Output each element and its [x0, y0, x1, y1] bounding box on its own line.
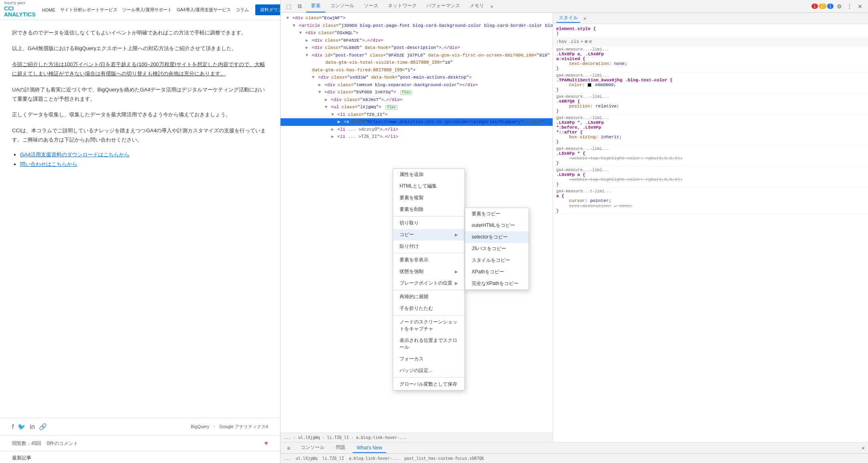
- console-tab-console[interactable]: コンソール: [297, 443, 329, 453]
- console-sidebar-icon[interactable]: ≡: [284, 443, 293, 453]
- logo: THAT'S WHY CCI ANALYTICS: [4, 2, 36, 18]
- twitter-icon[interactable]: 🐦: [18, 423, 26, 431]
- content-area[interactable]: 択できるのでデータを送信しなくてもよいイベントが明確であればこの方法で手軽に調整…: [0, 20, 280, 418]
- ctx-store-global[interactable]: グローバル変数として保存: [393, 378, 464, 390]
- styles-tab[interactable]: スタイル: [556, 14, 580, 23]
- lower-breadcrumb-ul[interactable]: ul.lXjgWq: [296, 456, 317, 461]
- bullet-link-2[interactable]: 問い合わせはこちらから: [20, 161, 77, 167]
- sub-ctx-copy-jspath[interactable]: JSパスをコピー: [465, 243, 529, 255]
- settings-icon[interactable]: ⚙: [834, 2, 844, 11]
- ctx-collapse-children[interactable]: 子を折りたたむ: [393, 303, 464, 314]
- download-btn[interactable]: 資料ダウンロード: [255, 4, 281, 15]
- tab-console[interactable]: コンソール: [325, 0, 359, 12]
- dom-line-6b[interactable]: data-gtm-vis-total-visible-time-8017000_…: [281, 59, 553, 67]
- dom-line-6[interactable]: ▼ <div id="post-footer" class="0FA52E jG…: [281, 52, 553, 59]
- badge-red: 1: [811, 4, 818, 9]
- ctx-duplicate[interactable]: 要素を複製: [393, 192, 464, 204]
- dom-line-2[interactable]: ▼ <article class="j3D9DG blog-post-page-…: [281, 22, 553, 30]
- tab-elements[interactable]: 要素: [306, 0, 325, 12]
- linkedin-icon[interactable]: in: [30, 423, 34, 431]
- dom-line-7[interactable]: ▼ <div class="ux831W" data-hook="post-ma…: [281, 74, 553, 81]
- nav-site-analysis[interactable]: サイト分析レポートサービス: [60, 7, 117, 13]
- close-devtools-icon[interactable]: ✕: [855, 2, 865, 11]
- hov-label[interactable]: :hov: [556, 39, 567, 44]
- ctx-add-attribute[interactable]: 属性を追加: [393, 169, 464, 180]
- ctx-copy[interactable]: コピー ▶: [393, 229, 464, 241]
- ctx-force-state[interactable]: 状態を強制 ▶: [393, 266, 464, 277]
- badge-yellow: 20: [819, 4, 826, 9]
- sub-context-menu[interactable]: 要素をコピー outerHTMLをコピー selectorをコピー JSパスをコ…: [465, 208, 529, 290]
- dom-line-10[interactable]: ▶ <div class="A9JHsT">…</div>: [281, 96, 553, 104]
- device-icon[interactable]: ⧉: [295, 2, 305, 11]
- logo-bottom: CCI ANALYTICS: [4, 6, 36, 18]
- lower-breadcrumb-a[interactable]: a.blog-link-hover-...: [349, 456, 399, 461]
- styles-tab-more[interactable]: »: [583, 16, 586, 21]
- lower-breadcrumb-li[interactable]: li.TZ6_lI: [322, 456, 344, 461]
- styles-panel: スタイル » element.style { } :hov .cls: [553, 13, 868, 442]
- nav-column[interactable]: コラム: [236, 7, 249, 13]
- ctx-edit-html[interactable]: HTMLとして編集: [393, 180, 464, 192]
- ctx-expand[interactable]: 再帰的に展開: [393, 291, 464, 303]
- dom-line-9[interactable]: ▼ <div class="bVF0D0 lnKYSq"> flex: [281, 89, 553, 96]
- inspect-icon[interactable]: ⬚: [284, 2, 293, 11]
- sub-ctx-copy-element[interactable]: 要素をコピー: [465, 208, 529, 220]
- more-options-icon[interactable]: ⋮: [845, 2, 854, 11]
- breadcrumb-ul[interactable]: ul.lXjgWq: [298, 435, 320, 440]
- ctx-screenshot[interactable]: ノードのスクリーンショットをキャプチャ: [393, 316, 464, 335]
- sub-ctx-copy-outerhtml[interactable]: outerHTMLをコピー: [465, 220, 529, 231]
- devtools-toolbar: ⬚ ⧉ 要素 コンソール ソース ネットワーク パフォーマンス メモリ » 1 …: [281, 0, 868, 13]
- ctx-breakpoint[interactable]: ブレークポイントの位置 ▶: [393, 277, 464, 289]
- dom-line-15[interactable]: ▶ <li ... >TZ6_II">…</li>: [281, 133, 553, 141]
- dt-right-icons: 1 20 1 ⚙ ⋮ ✕: [811, 2, 865, 11]
- link-icon[interactable]: 🔗: [39, 423, 47, 431]
- style-rule-element: element.style { }: [553, 26, 868, 37]
- tab-memory[interactable]: メモリ: [465, 0, 489, 12]
- tab-performance[interactable]: パフォーマンス: [422, 0, 465, 12]
- dom-line-6c[interactable]: data-gtm-vis-has-fired-8017000_199="1">: [281, 67, 553, 74]
- style-rule-text-color: ga4-measure...-limi... .TPAMultiSection_…: [553, 72, 868, 93]
- cls-label[interactable]: .cls: [568, 39, 579, 44]
- lower-breadcrumb-ellipsis[interactable]: ...: [284, 456, 291, 461]
- facebook-icon[interactable]: f: [12, 423, 14, 431]
- heart-icon[interactable]: ♥: [264, 440, 268, 447]
- plus-icon[interactable]: +: [581, 39, 583, 44]
- console-close-icon[interactable]: ×: [862, 445, 865, 451]
- tab-network[interactable]: ネットワーク: [383, 0, 422, 12]
- dom-line-13[interactable]: ▶ <a href="https://www.analytics.cci.co.…: [281, 118, 553, 126]
- ctx-hide[interactable]: 要素を非表示: [393, 254, 464, 266]
- nav-home[interactable]: HOME: [42, 8, 55, 12]
- sub-ctx-copy-styles[interactable]: スタイルをコピー: [465, 255, 529, 266]
- tabs-more[interactable]: »: [489, 4, 495, 9]
- comments-label: 0件のコメント: [47, 441, 79, 446]
- dom-line-4[interactable]: ▶ <div class="0FA52E">…</div>: [281, 37, 553, 44]
- dom-line-1[interactable]: ▼ <div class="EcwjNF">: [281, 14, 553, 22]
- dom-line-14[interactable]: ▶ <li ... >dczcyO">…</li>: [281, 126, 553, 133]
- ctx-focus[interactable]: フォーカス: [393, 353, 464, 365]
- website-panel: THAT'S WHY CCI ANALYTICS HOME サイト分析レポートサ…: [0, 0, 281, 463]
- nav-ga4-support[interactable]: GA4導入/運用支援サービス: [177, 7, 231, 13]
- bullet-link-1[interactable]: GA4活用支援資料のダウンロードはこちらから: [20, 152, 129, 158]
- styles-content[interactable]: element.style { } :hov .cls + ⊠ ⊡ g: [553, 24, 868, 442]
- sub-ctx-copy-selector[interactable]: selectorをコピー: [465, 231, 529, 243]
- sub-ctx-copy-full-xpath[interactable]: 完全なXPathをコピー: [465, 278, 529, 289]
- breadcrumb-li[interactable]: li.TZ6_lI: [327, 435, 349, 440]
- context-menu[interactable]: 属性を追加 HTMLとして編集 要素を複製 要素を削除 切り取り コピー ▶ 貼…: [393, 168, 465, 390]
- ctx-delete[interactable]: 要素を削除: [393, 204, 464, 215]
- console-tab-whatsnew[interactable]: What's New: [353, 443, 386, 453]
- dom-line-3[interactable]: ▼ <div class="OSxNQL">: [281, 29, 553, 37]
- breadcrumb-a[interactable]: a.blog-link-hover-...: [356, 435, 407, 440]
- dom-line-5[interactable]: ▶ <div class="nLG8d5" data-hook="post-de…: [281, 44, 553, 52]
- dom-line-11[interactable]: ▼ <ul class="lXjgWq"> flex: [281, 103, 553, 111]
- ctx-scroll-into-view[interactable]: 表示される位置までスクロール: [393, 335, 464, 353]
- dom-line-8[interactable]: ▶ <div class="tmHsxH blog-separator-back…: [281, 81, 553, 89]
- ctx-cut[interactable]: 切り取り: [393, 217, 464, 229]
- console-tab-issues[interactable]: 問題: [332, 443, 349, 453]
- nav-tool-support[interactable]: ツール導入/運用サポート: [122, 7, 172, 13]
- ctx-paste[interactable]: 貼り付け: [393, 241, 464, 252]
- dom-line-12[interactable]: ▼ <li class="TZ6_II">: [281, 111, 553, 119]
- tab-sources[interactable]: ソース: [359, 0, 383, 12]
- tag-bigquery: BigQuery: [191, 424, 209, 429]
- breadcrumb-item-ellipsis[interactable]: ...: [284, 435, 291, 440]
- ctx-badge-settings[interactable]: バッジの設定...: [393, 365, 464, 376]
- sub-ctx-copy-xpath[interactable]: XPathをコピー: [465, 266, 529, 278]
